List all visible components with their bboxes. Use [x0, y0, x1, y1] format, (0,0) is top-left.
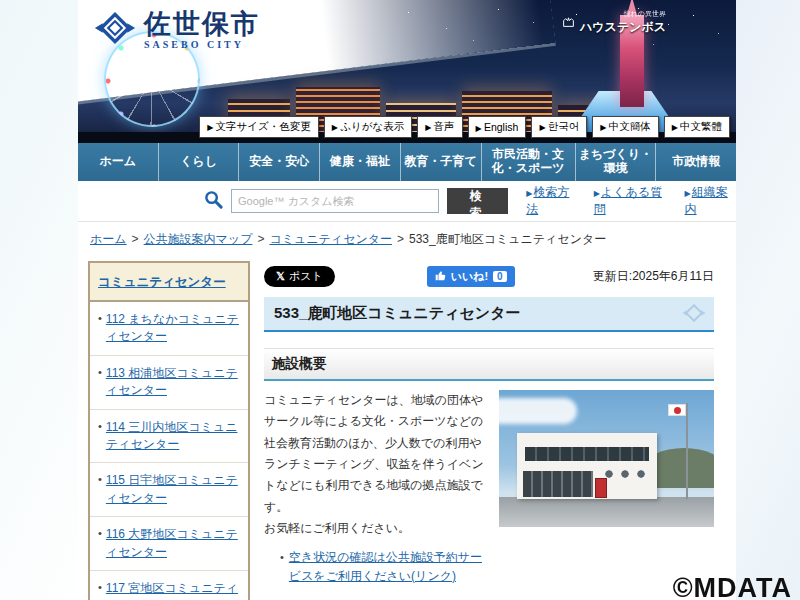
search-method-link[interactable]: 検索方法: [526, 184, 577, 218]
sidebar-link-113[interactable]: 113 相浦地区コミュニティセンター: [106, 365, 242, 400]
huis-ten-bosch-crest-icon: [562, 14, 575, 32]
huis-ten-bosch-credit: 憧れの異世界 ハウステンボス: [562, 9, 666, 36]
page-title-bar: 533_鹿町地区コミュニティセンター: [264, 297, 714, 332]
korean-button[interactable]: 한국어: [531, 116, 587, 138]
nav-home[interactable]: ホーム: [78, 143, 159, 181]
sidebar-link-116[interactable]: 116 大野地区コミュニティセンター: [106, 526, 242, 561]
faq-link[interactable]: よくある質問: [594, 184, 669, 218]
search-help-links: 検索方法 よくある質問 組織案内: [526, 184, 736, 218]
site-logo[interactable]: 佐世保市 SASEBO CITY: [94, 7, 260, 53]
breadcrumb-community-center[interactable]: コミュニティセンター: [269, 232, 392, 246]
facility-photo: [499, 390, 714, 527]
search-icon: [204, 190, 223, 213]
sidebar: コミュニティセンター •112 まちなかコミュニティセンター •113 相浦地区…: [88, 261, 250, 600]
site-container: 佐世保市 SASEBO CITY 憧れの異世界 ハウステンボス 文字サイズ・色変…: [78, 0, 736, 600]
sidebar-item-113: •113 相浦地区コミュニティセンター: [90, 356, 248, 410]
overview-text: コミュニティセンターは、地域の団体やサークル等による文化・スポーツなどの社会教育…: [264, 390, 487, 586]
breadcrumb-facility-map[interactable]: 公共施設案内マップ: [144, 232, 253, 246]
like-button[interactable]: いいね! 0: [427, 266, 515, 287]
breadcrumb-home[interactable]: ホーム: [90, 232, 127, 246]
section-overview-heading: 施設概要: [264, 348, 714, 381]
content-area: コミュニティセンター •112 まちなかコミュニティセンター •113 相浦地区…: [78, 257, 736, 600]
breadcrumb-current: 533_鹿町地区コミュニティセンター: [409, 232, 606, 246]
updated-date: 更新日:2025年6月11日: [593, 268, 714, 285]
main-column: ポスト いいね! 0 更新日:2025年6月11日 533_鹿町地区コミュニティ…: [264, 261, 714, 600]
audio-button[interactable]: 音声: [417, 116, 462, 138]
chinese-simplified-button[interactable]: 中文簡体: [592, 116, 658, 138]
global-nav: ホーム くらし 安全・安心 健康・福祉 教育・子育て 市民活動・文化・スポーツ …: [78, 143, 736, 181]
city-emblem-icon: [94, 7, 136, 53]
sidebar-header: コミュニティセンター: [90, 263, 248, 302]
overview-paragraph-2: お気軽にご利用ください。: [264, 518, 487, 539]
watermark: ©MDATA: [673, 573, 792, 600]
reservation-service-link[interactable]: 空き状況の確認は公共施設予約サービスをご利用ください(リンク): [289, 548, 487, 586]
hero-banner: 佐世保市 SASEBO CITY 憧れの異世界 ハウステンボス 文字サイズ・色変…: [78, 0, 736, 143]
search-button[interactable]: 検 索: [447, 188, 508, 214]
site-subtitle: SASEBO CITY: [144, 39, 260, 50]
sidebar-link-112[interactable]: 112 まちなかコミュニティセンター: [106, 311, 242, 346]
breadcrumb: ホーム>公共施設案内マップ>コミュニティセンター>533_鹿町地区コミュニティセ…: [78, 222, 736, 257]
chinese-traditional-button[interactable]: 中文繁體: [664, 116, 730, 138]
nav-kyoiku-kosodate[interactable]: 教育・子育て: [401, 143, 482, 181]
sidebar-item-115: •115 日宇地区コミュニティセンター: [90, 463, 248, 517]
sidebar-item-116: •116 大野地区コミュニティセンター: [90, 517, 248, 571]
x-post-button[interactable]: ポスト: [264, 266, 335, 287]
nav-machizukuri[interactable]: まちづくり・環境: [576, 143, 657, 181]
htb-tagline: 憧れの異世界: [624, 9, 666, 19]
nav-shisei-joho[interactable]: 市政情報: [656, 143, 736, 181]
search-bar: 検 索 検索方法 よくある質問 組織案内: [78, 181, 736, 222]
sidebar-item-114: •114 三川内地区コミュニティセンター: [90, 410, 248, 464]
like-count: 0: [493, 271, 507, 282]
nav-kurashi[interactable]: くらし: [159, 143, 240, 181]
reservation-link-row: • 空き状況の確認は公共施設予約サービスをご利用ください(リンク): [280, 548, 487, 586]
furigana-button[interactable]: ふりがな表示: [324, 116, 412, 138]
page-title: 533_鹿町地区コミュニティセンター: [274, 304, 521, 323]
thumbs-up-icon: [435, 270, 446, 283]
flag-icon: [668, 404, 686, 416]
title-emblem-icon: [682, 301, 706, 329]
organization-link[interactable]: 組織案内: [685, 184, 736, 218]
sidebar-item-117: •117 宮地区コミュニティセンター: [90, 571, 248, 600]
sidebar-item-112: •112 まちなかコミュニティセンター: [90, 302, 248, 356]
htb-name: ハウステンボス: [580, 19, 666, 36]
sidebar-link-117[interactable]: 117 宮地区コミュニティセンター: [106, 580, 242, 600]
sidebar-link-114[interactable]: 114 三川内地区コミュニティセンター: [106, 419, 242, 454]
english-button[interactable]: English: [468, 116, 527, 138]
x-icon: [276, 270, 285, 283]
font-size-color-button[interactable]: 文字サイズ・色変更: [199, 116, 319, 138]
sidebar-link-115[interactable]: 115 日宇地区コミュニティセンター: [106, 472, 242, 507]
nav-kenko-fukushi[interactable]: 健康・福祉: [320, 143, 401, 181]
nav-shimin-katsudo[interactable]: 市民活動・文化・スポーツ: [482, 143, 576, 181]
site-title: 佐世保市: [144, 10, 260, 38]
social-row: ポスト いいね! 0 更新日:2025年6月11日: [264, 265, 714, 287]
search-input[interactable]: [231, 189, 439, 213]
utility-button-row: 文字サイズ・色変更 ふりがな表示 音声 English 한국어 中文簡体 中文繁…: [199, 116, 730, 138]
nav-anzen-anshin[interactable]: 安全・安心: [239, 143, 320, 181]
overview-paragraph-1: コミュニティセンターは、地域の団体やサークル等による文化・スポーツなどの社会教育…: [264, 390, 487, 518]
sidebar-title-link[interactable]: コミュニティセンター: [98, 275, 226, 289]
sidebar-list: •112 まちなかコミュニティセンター •113 相浦地区コミュニティセンター …: [90, 302, 248, 600]
overview-body: コミュニティセンターは、地域の団体やサークル等による文化・スポーツなどの社会教育…: [264, 390, 714, 586]
